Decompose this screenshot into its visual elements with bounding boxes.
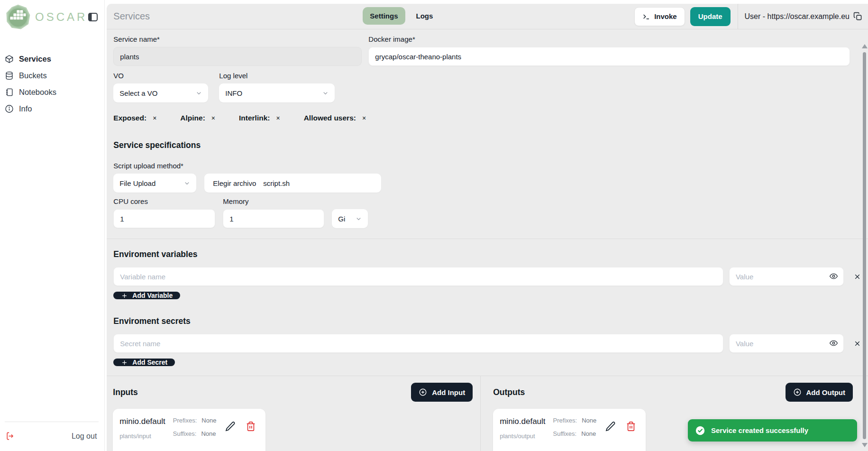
flag-state: × xyxy=(276,114,280,122)
topbar: Services Settings Logs Invoke Update xyxy=(107,4,868,29)
docker-image-input[interactable] xyxy=(368,47,850,66)
script-file-input[interactable]: Elegir archivo script.sh xyxy=(204,174,381,193)
tab-settings[interactable]: Settings xyxy=(363,7,405,25)
sidebar-item-info[interactable]: Info xyxy=(5,104,99,113)
flag-state: × xyxy=(211,114,215,122)
add-output-label: Add Output xyxy=(806,388,845,396)
suffixes-label: Suffixes: xyxy=(553,430,577,437)
service-specifications-heading: Service specifications xyxy=(113,140,861,150)
circle-plus-icon xyxy=(793,388,802,396)
eye-icon[interactable] xyxy=(829,339,838,348)
secret-value-input[interactable] xyxy=(729,334,844,353)
add-output-button[interactable]: Add Output xyxy=(786,383,853,402)
user-endpoint: User - https://oscar.example.eu xyxy=(738,12,862,21)
section-divider xyxy=(107,239,868,239)
env-variables-heading: Enviroment variables xyxy=(113,249,861,259)
log-level-select[interactable]: INFO xyxy=(219,83,335,102)
choose-file-button[interactable]: Elegir archivo xyxy=(213,179,256,187)
remove-variable-icon[interactable] xyxy=(853,273,861,281)
flag-exposed: Exposed: × xyxy=(113,114,156,122)
output-card: minio.default plants/output Prefixes: No… xyxy=(493,409,646,451)
chevron-down-icon xyxy=(322,90,329,97)
check-circle-icon xyxy=(695,425,705,436)
secret-name-input[interactable] xyxy=(113,334,723,353)
add-secret-button[interactable]: Add Secret xyxy=(113,359,175,366)
cpu-cores-label: CPU cores xyxy=(113,197,215,205)
chevron-down-icon xyxy=(355,215,362,222)
page-title: Services xyxy=(113,11,150,22)
sidebar-item-notebooks[interactable]: Notebooks xyxy=(5,87,99,97)
add-input-button[interactable]: Add Input xyxy=(411,383,473,402)
logout-button[interactable]: Log out xyxy=(72,432,97,441)
circle-plus-icon xyxy=(419,388,427,396)
tab-bar: Settings Logs xyxy=(363,7,440,25)
chevron-down-icon xyxy=(195,90,202,97)
chevron-down-icon xyxy=(183,180,191,187)
toast-success: Service created successfully xyxy=(688,419,857,442)
suffixes-label: Suffixes: xyxy=(173,430,197,437)
sidebar-item-buckets[interactable]: Buckets xyxy=(5,71,99,80)
prefixes-label: Prefixes: xyxy=(553,417,577,424)
plus-icon xyxy=(121,292,128,299)
env-secrets-heading: Enviroment secrets xyxy=(113,316,861,326)
flag-allowed-users: Allowed users: × xyxy=(304,114,366,122)
cube-icon xyxy=(5,55,14,64)
prefixes-value: None xyxy=(582,417,596,424)
update-button[interactable]: Update xyxy=(690,7,731,26)
sidebar-item-label: Notebooks xyxy=(19,88,56,97)
eye-icon[interactable] xyxy=(829,272,838,281)
memory-label: Memory xyxy=(223,197,324,205)
scroll-up-arrow[interactable] xyxy=(862,44,868,48)
sidebar-item-label: Info xyxy=(19,104,32,113)
edit-output-icon[interactable] xyxy=(605,421,616,432)
flag-state: × xyxy=(153,114,156,122)
vo-select[interactable]: Select a VO xyxy=(113,83,208,102)
content-panel: Services Settings Logs Invoke Update xyxy=(107,4,868,451)
logout-icon[interactable] xyxy=(6,432,15,441)
cpu-cores-input[interactable] xyxy=(113,209,215,228)
plus-icon xyxy=(121,359,128,366)
flag-label: Interlink: xyxy=(239,114,270,122)
vo-label: VO xyxy=(113,72,208,80)
service-name-input[interactable] xyxy=(113,47,362,66)
invoke-label: Invoke xyxy=(654,12,677,20)
log-level-label: Log level xyxy=(219,72,335,80)
sidebar-item-services[interactable]: Services xyxy=(5,54,99,64)
variable-name-input[interactable] xyxy=(113,267,723,286)
flag-label: Alpine: xyxy=(180,114,205,122)
input-card: minio.default plants/input Prefixes: Non… xyxy=(113,409,265,451)
chosen-file-name: script.sh xyxy=(263,179,290,187)
tab-logs[interactable]: Logs xyxy=(409,7,440,25)
suffixes-value: None xyxy=(201,430,216,437)
sidebar-item-label: Services xyxy=(19,55,51,64)
scroll-down-arrow[interactable] xyxy=(862,443,868,447)
scrollbar-thumb[interactable] xyxy=(863,52,866,439)
docker-image-label: Docker image* xyxy=(368,35,850,43)
add-variable-button[interactable]: Add Variable xyxy=(113,292,180,299)
add-input-label: Add Input xyxy=(432,388,465,396)
script-upload-method-select[interactable]: File Upload xyxy=(113,174,196,193)
edit-input-icon[interactable] xyxy=(225,421,236,432)
scrollbar xyxy=(861,30,868,451)
invoke-button[interactable]: Invoke xyxy=(634,7,685,26)
oscar-logo-icon xyxy=(5,4,31,30)
sidebar: OSCAR Services Buckets xyxy=(0,0,105,451)
delete-input-icon[interactable] xyxy=(246,421,256,432)
add-variable-label: Add Variable xyxy=(132,292,173,299)
variable-value-input[interactable] xyxy=(729,267,844,286)
terminal-icon xyxy=(642,13,650,20)
memory-input[interactable] xyxy=(223,209,324,228)
memory-unit-select[interactable]: Gi xyxy=(332,209,368,228)
flag-label: Allowed users: xyxy=(304,114,356,122)
script-upload-label: Script upload method* xyxy=(113,162,861,170)
remove-secret-icon[interactable] xyxy=(853,340,861,348)
copy-icon[interactable] xyxy=(853,12,862,21)
sidebar-toggle-icon[interactable] xyxy=(87,11,99,23)
toast-message: Service created successfully xyxy=(711,426,808,434)
delete-output-icon[interactable] xyxy=(626,421,636,432)
sidebar-item-label: Buckets xyxy=(19,71,47,80)
memory-unit-value: Gi xyxy=(338,215,345,223)
input-provider: minio.default xyxy=(119,417,165,426)
inputs-section: Inputs Add Input minio.default xyxy=(107,376,480,451)
service-name-label: Service name* xyxy=(113,35,362,43)
